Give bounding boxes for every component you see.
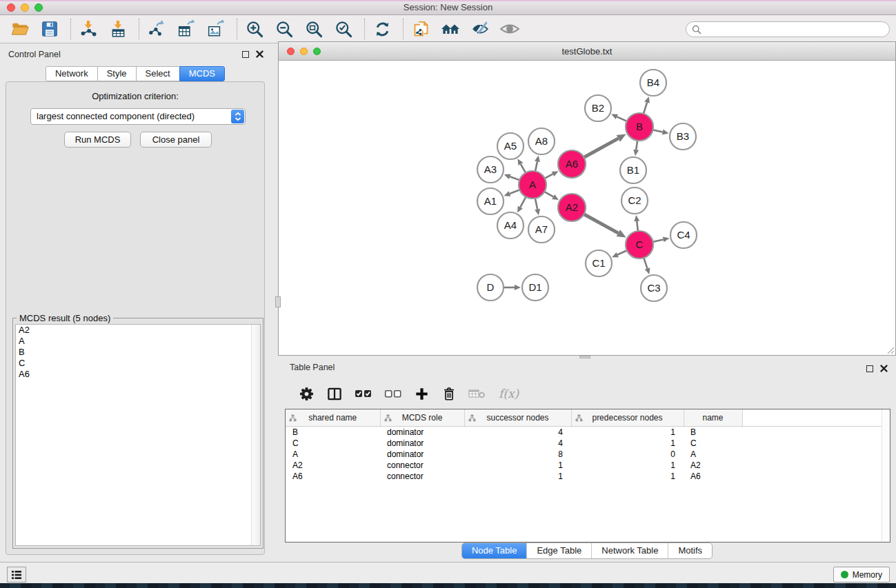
panel-splitter-grip[interactable] bbox=[275, 296, 281, 307]
export-image-icon[interactable] bbox=[206, 19, 226, 39]
table-row[interactable]: Adominator80A bbox=[286, 449, 890, 460]
cell-MCDS-role[interactable]: dominator bbox=[380, 449, 464, 460]
cell-name[interactable]: A bbox=[684, 449, 742, 460]
open-file-icon[interactable] bbox=[10, 19, 30, 39]
tab-network[interactable]: Network bbox=[46, 66, 98, 81]
tab-motifs[interactable]: Motifs bbox=[668, 543, 712, 558]
graph-node-label: D1 bbox=[528, 281, 541, 293]
cell-successor-nodes[interactable]: 1 bbox=[464, 460, 571, 471]
network-canvas[interactable]: B4B2BB3A5A8A6A3B1AA1C2A2A4A7C4CC1C3DD1 bbox=[279, 61, 895, 355]
cell-shared-name[interactable]: C bbox=[286, 438, 380, 449]
table-row[interactable]: A2connector11A2 bbox=[286, 460, 890, 471]
cell-shared-name[interactable]: A2 bbox=[286, 460, 380, 471]
graph-node-label: C4 bbox=[677, 229, 690, 241]
zoom-out-icon[interactable] bbox=[274, 19, 295, 39]
column-header-predecessor-nodes[interactable]: predecessor nodes bbox=[571, 409, 684, 426]
column-header-successor-nodes[interactable]: successor nodes bbox=[464, 409, 571, 426]
mcds-result-item[interactable]: B bbox=[16, 347, 260, 358]
network-window-titlebar[interactable]: testGlobe.txt bbox=[279, 42, 895, 61]
cell-predecessor-nodes[interactable]: 0 bbox=[571, 449, 684, 460]
delete-column-icon[interactable] bbox=[441, 384, 457, 403]
window-resize-grip[interactable] bbox=[886, 345, 895, 354]
deselect-all-icon[interactable] bbox=[384, 384, 402, 403]
task-history-button[interactable] bbox=[7, 567, 26, 582]
zoom-fit-icon[interactable] bbox=[303, 19, 324, 39]
tab-mcds[interactable]: MCDS bbox=[179, 66, 225, 81]
app-titlebar: Session: New Session bbox=[0, 0, 896, 15]
mcds-result-item[interactable]: C bbox=[16, 358, 260, 369]
cell-name[interactable]: A6 bbox=[684, 471, 742, 482]
duplicate-network-icon[interactable] bbox=[410, 19, 431, 39]
save-session-icon[interactable] bbox=[39, 19, 60, 39]
close-panel-icon[interactable] bbox=[256, 50, 263, 58]
split-columns-icon[interactable] bbox=[326, 384, 343, 403]
cell-MCDS-role[interactable]: connector bbox=[380, 460, 464, 471]
criterion-select[interactable]: largest connected component (directed) bbox=[30, 108, 246, 125]
mcds-result-item[interactable]: A bbox=[16, 336, 260, 347]
tab-style[interactable]: Style bbox=[97, 66, 137, 81]
refresh-layout-icon[interactable] bbox=[372, 19, 392, 39]
column-header-MCDS-role[interactable]: MCDS role bbox=[380, 409, 464, 426]
graph-edge-A6-B[interactable] bbox=[583, 139, 619, 158]
mcds-result-item[interactable]: A2 bbox=[16, 325, 260, 336]
tab-edge-table[interactable]: Edge Table bbox=[526, 543, 591, 558]
table-scrollbar[interactable] bbox=[882, 409, 890, 542]
zoom-selected-icon[interactable] bbox=[333, 19, 354, 39]
import-network-icon[interactable] bbox=[78, 19, 99, 39]
desktop-wallpaper-strip bbox=[0, 583, 896, 588]
tab-network-table[interactable]: Network Table bbox=[591, 543, 668, 558]
cell-shared-name[interactable]: B bbox=[286, 426, 380, 438]
arrowhead-icon bbox=[633, 150, 639, 156]
add-column-icon[interactable] bbox=[414, 384, 430, 403]
search-input[interactable] bbox=[686, 21, 890, 37]
cell-predecessor-nodes[interactable]: 1 bbox=[571, 426, 684, 438]
export-table-icon[interactable] bbox=[176, 19, 197, 39]
cell-successor-nodes[interactable]: 8 bbox=[464, 449, 571, 460]
cell-name[interactable]: A2 bbox=[684, 460, 742, 471]
list-scrollbar[interactable] bbox=[251, 325, 260, 545]
graph-edge-A2-C[interactable] bbox=[583, 214, 619, 233]
cell-filler bbox=[742, 426, 890, 438]
table-row[interactable]: Cdominator41C bbox=[286, 438, 890, 449]
settings-gear-icon[interactable] bbox=[299, 384, 315, 403]
cell-MCDS-role[interactable]: connector bbox=[380, 471, 464, 482]
function-builder-icon[interactable]: f(x) bbox=[497, 384, 519, 403]
table-tabs-bar: Node TableEdge TableNetwork TableMotifs bbox=[278, 543, 896, 559]
memory-button[interactable]: Memory bbox=[833, 567, 890, 582]
tab-node-table[interactable]: Node Table bbox=[462, 543, 527, 558]
export-network-icon[interactable] bbox=[146, 19, 167, 39]
cell-name[interactable]: C bbox=[684, 438, 742, 449]
run-mcds-button[interactable]: Run MCDS bbox=[64, 132, 131, 148]
float-table-panel-icon[interactable] bbox=[866, 365, 873, 372]
close-panel-button[interactable]: Close panel bbox=[140, 132, 212, 148]
table-row[interactable]: A6connector11A6 bbox=[286, 471, 890, 482]
cell-name[interactable]: B bbox=[684, 426, 742, 438]
column-header-shared-name[interactable]: shared name bbox=[286, 409, 380, 426]
zoom-in-icon[interactable] bbox=[244, 19, 265, 39]
tab-select[interactable]: Select bbox=[136, 66, 180, 81]
cell-shared-name[interactable]: A bbox=[286, 449, 380, 460]
float-panel-icon[interactable] bbox=[242, 51, 249, 58]
cell-predecessor-nodes[interactable]: 1 bbox=[571, 438, 684, 449]
cell-shared-name[interactable]: A6 bbox=[286, 471, 380, 482]
mcds-result-item[interactable]: A6 bbox=[16, 369, 260, 380]
select-stepper-icon bbox=[231, 110, 244, 123]
show-hide-details-icon[interactable] bbox=[499, 19, 520, 39]
delete-table-icon[interactable] bbox=[468, 384, 486, 403]
cell-successor-nodes[interactable]: 4 bbox=[464, 438, 571, 449]
graph-node-label: A3 bbox=[484, 163, 497, 175]
table-row[interactable]: Bdominator41B bbox=[286, 426, 890, 438]
select-all-icon[interactable] bbox=[355, 384, 372, 403]
visual-properties-icon[interactable] bbox=[470, 19, 490, 39]
cell-successor-nodes[interactable]: 4 bbox=[464, 426, 571, 438]
cell-successor-nodes[interactable]: 1 bbox=[464, 471, 571, 482]
cell-MCDS-role[interactable]: dominator bbox=[380, 426, 464, 438]
column-header-name[interactable]: name bbox=[684, 409, 742, 426]
cell-MCDS-role[interactable]: dominator bbox=[380, 438, 464, 449]
cell-predecessor-nodes[interactable]: 1 bbox=[571, 471, 684, 482]
import-table-icon[interactable] bbox=[108, 19, 128, 39]
first-neighbors-icon[interactable] bbox=[440, 19, 461, 39]
close-table-panel-icon[interactable] bbox=[880, 365, 888, 372]
arrowhead-icon bbox=[504, 174, 511, 179]
cell-predecessor-nodes[interactable]: 1 bbox=[571, 460, 684, 471]
